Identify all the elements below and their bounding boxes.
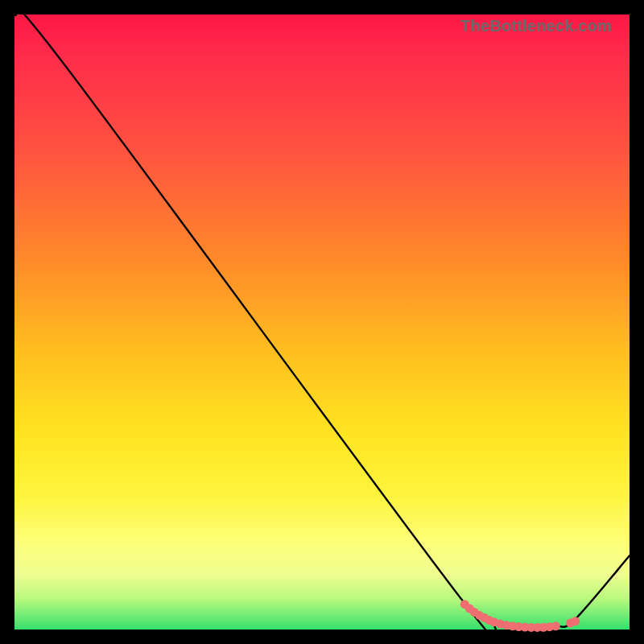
curve-layer	[14, 14, 630, 630]
plot-area: TheBottleneck.com	[14, 14, 630, 630]
marker-dot	[551, 621, 560, 630]
bottleneck-curve	[14, 6, 630, 644]
chart-stage: TheBottleneck.com	[0, 0, 644, 644]
marker-dot	[571, 617, 580, 625]
